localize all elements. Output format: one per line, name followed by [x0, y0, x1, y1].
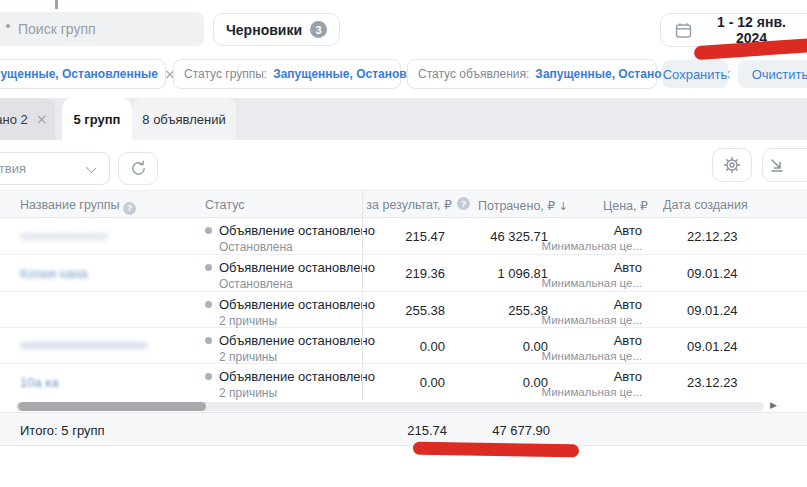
cost-per-result-value: 0.00: [420, 339, 445, 354]
group-name-link[interactable]: 10а ка: [20, 375, 59, 390]
status-text: Объявление остановлено: [205, 297, 375, 312]
chip-value: Запущенные, Остановленные: [0, 67, 158, 81]
calendar-icon: [675, 22, 692, 39]
help-icon[interactable]: ?: [457, 197, 470, 210]
group-name-link[interactable]: Копия кана: [20, 266, 87, 281]
totals-row: Итого: 5 групп 215.74 47 677.90: [0, 412, 807, 446]
status-subtext: Остановлена: [219, 277, 375, 291]
tab-ads[interactable]: 8 объявлений: [132, 98, 236, 140]
actions-label: Действия: [0, 161, 26, 176]
ads-manager-page: Черновики 3 1 - 12 янв. 2024 Запущенные,…: [0, 0, 807, 487]
status-subtext: 2 причины: [219, 314, 375, 328]
spent-value: 46 325.71: [490, 229, 548, 244]
tab-groups[interactable]: 5 групп: [62, 98, 132, 140]
table-row: Копия кана Объявление остановлено Остано…: [0, 255, 807, 292]
red-marker-totals-annotation: [413, 442, 579, 458]
price-subtext: Минимальная це...: [542, 277, 642, 289]
total-cost-per-result: 215.74: [407, 423, 447, 438]
filter-chip-campaign-status[interactable]: Запущенные, Остановленные ×: [0, 59, 166, 89]
column-spent[interactable]: Потрачено, ₽ ↓: [478, 198, 568, 213]
fixed-columns-divider: [362, 190, 363, 400]
drafts-count-badge: 3: [310, 21, 327, 38]
created-date: 09.01.24: [687, 266, 738, 281]
column-price: Цена, ₽: [603, 198, 648, 213]
close-icon[interactable]: ×: [36, 111, 48, 127]
cost-per-result-value: 255.38: [405, 303, 445, 318]
search-icon: [6, 24, 10, 28]
price-value: Авто: [542, 297, 642, 312]
status-subtext: Остановлена: [219, 240, 375, 254]
spent-value: 1 096.81: [497, 266, 548, 281]
tab-band: Выбрано 2 × 5 групп 8 объявлений: [0, 98, 807, 140]
gear-icon: [723, 156, 741, 174]
tab-label: 8 объявлений: [142, 112, 225, 127]
filter-chip-ad-status[interactable]: Статус объявления: Запущенные, Остановле…: [407, 59, 657, 89]
column-cost-per-result[interactable]: Цена за результат, ₽ ?: [362, 190, 474, 218]
download-icon: [769, 157, 785, 173]
status-text: Объявление остановлено: [205, 369, 375, 384]
created-date: 09.01.24: [687, 339, 738, 354]
refresh-button[interactable]: [118, 152, 158, 185]
price-value: Авто: [542, 260, 642, 275]
scrollbar-thumb[interactable]: [18, 402, 206, 411]
created-date: 23.12.23: [687, 375, 738, 390]
price-subtext: Минимальная це...: [542, 350, 642, 362]
settings-button[interactable]: [712, 148, 752, 182]
ui-fragment: [55, 0, 58, 9]
drafts-label: Черновики: [226, 22, 302, 38]
group-name-redacted: [20, 342, 148, 349]
cost-per-result-value: 219.36: [405, 266, 445, 281]
price-subtext: Минимальная це...: [542, 240, 642, 252]
price-subtext: Минимальная це...: [542, 314, 642, 326]
chevron-down-icon: [86, 163, 96, 173]
refresh-icon: [130, 160, 147, 177]
table-row: Объявление остановлено 2 причины 0.00 0.…: [0, 328, 807, 364]
search-input[interactable]: [0, 12, 204, 46]
save-button[interactable]: Сохранить: [662, 60, 728, 88]
sort-desc-icon: ↓: [559, 200, 568, 213]
tab-selected-items[interactable]: Выбрано 2 ×: [0, 98, 55, 140]
group-name-redacted: [20, 233, 108, 240]
total-spent: 47 677.90: [492, 423, 550, 438]
totals-label: Итого: 5 групп: [20, 423, 105, 438]
help-icon[interactable]: ?: [123, 202, 136, 215]
status-subtext: 2 причины: [219, 386, 375, 400]
status-text: Объявление остановлено: [205, 223, 375, 238]
status-text: Объявление остановлено: [205, 260, 375, 275]
price-value: Авто: [542, 223, 642, 238]
chip-prefix: Статус объявления:: [418, 67, 529, 81]
table-row: 10а ка Объявление остановлено 2 причины …: [0, 364, 807, 400]
cost-per-result-value: 215.47: [405, 229, 445, 244]
tab-label: 5 групп: [74, 112, 121, 127]
price-value: Авто: [542, 333, 642, 348]
chip-prefix: Статус группы:: [184, 67, 267, 81]
column-created: Дата создания: [663, 198, 748, 212]
horizontal-scrollbar[interactable]: [16, 402, 764, 411]
column-status: Статус: [205, 198, 245, 212]
actions-dropdown[interactable]: Действия: [0, 152, 110, 185]
column-name: Название группы ?: [20, 198, 136, 215]
price-subtext: Минимальная це...: [542, 386, 642, 398]
price-value: Авто: [542, 369, 642, 384]
scroll-right-icon[interactable]: ▶: [770, 400, 777, 410]
table-row: Объявление остановлено Остановлена 215.4…: [0, 218, 807, 255]
table-row: Объявление остановлено 2 причины 255.38 …: [0, 292, 807, 328]
tab-label: Выбрано 2: [0, 112, 28, 127]
status-text: Объявление остановлено: [205, 333, 375, 348]
status-subtext: 2 причины: [219, 350, 375, 364]
drafts-button[interactable]: Черновики 3: [213, 13, 340, 46]
clear-button[interactable]: Очистить: [738, 60, 807, 88]
created-date: 22.12.23: [687, 229, 738, 244]
filter-chip-group-status[interactable]: Статус группы: Запущенные, Остановленные…: [173, 59, 401, 89]
cost-per-result-value: 0.00: [420, 375, 445, 390]
export-button[interactable]: [762, 148, 807, 182]
created-date: 09.01.24: [687, 303, 738, 318]
